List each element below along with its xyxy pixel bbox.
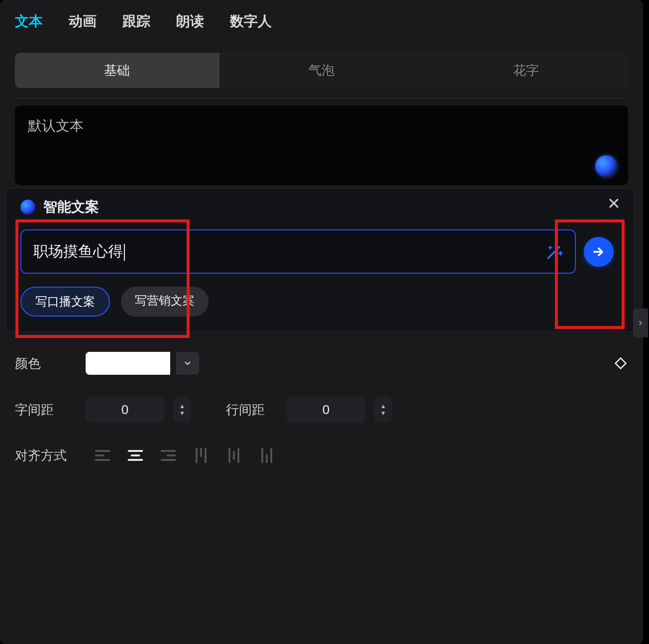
color-dropdown[interactable] (176, 352, 199, 375)
tab-digital-human[interactable]: 数字人 (230, 12, 272, 31)
ai-orb-small-icon (20, 200, 35, 215)
letter-spacing-label: 字间距 (15, 401, 80, 419)
align-center-icon[interactable] (124, 444, 146, 466)
ai-orb-icon[interactable] (595, 155, 617, 177)
line-spacing-label: 行间距 (226, 401, 281, 419)
align-label: 对齐方式 (15, 447, 80, 464)
tab-speech[interactable]: 朗读 (176, 12, 204, 31)
smart-panel-title: 智能文案 (43, 198, 99, 216)
stepper-down-icon[interactable]: ▼ (380, 410, 386, 416)
svg-rect-0 (615, 358, 626, 368)
chip-script-copy[interactable]: 写口播文案 (20, 287, 110, 317)
chevron-right-icon (637, 320, 644, 326)
chevron-down-icon (183, 359, 192, 368)
letter-spacing-input[interactable]: 0 (86, 397, 164, 423)
align-vertical-bottom-icon[interactable] (256, 444, 278, 466)
align-right-icon[interactable] (157, 444, 179, 466)
send-button[interactable] (584, 237, 614, 267)
chip-marketing-copy[interactable]: 写营销文案 (121, 287, 209, 317)
subtab-fancy[interactable]: 花字 (424, 53, 628, 88)
tab-tracking[interactable]: 跟踪 (122, 12, 150, 31)
text-placeholder: 默认文本 (28, 116, 615, 135)
stepper-up-icon[interactable]: ▲ (179, 403, 185, 409)
align-vertical-center-icon[interactable] (223, 444, 245, 466)
smart-prompt-value: 职场摸鱼心得 (33, 241, 546, 262)
stepper-down-icon[interactable]: ▼ (179, 410, 185, 416)
smart-copy-panel: 智能文案 ✕ 职场摸鱼心得 写口播文案 写营销文案 (6, 188, 634, 332)
color-swatch[interactable] (86, 352, 170, 375)
divider (15, 98, 628, 99)
subtab-basic[interactable]: 基础 (15, 53, 219, 88)
tab-animation[interactable]: 动画 (69, 12, 97, 31)
color-label: 颜色 (15, 355, 80, 372)
close-icon[interactable]: ✕ (607, 196, 621, 212)
subtab-bubble[interactable]: 气泡 (219, 53, 424, 88)
stepper-up-icon[interactable]: ▲ (380, 403, 386, 409)
text-input-area[interactable]: 默认文本 (15, 106, 628, 185)
smart-prompt-input[interactable]: 职场摸鱼心得 (20, 229, 576, 274)
align-vertical-top-icon[interactable] (190, 444, 212, 466)
letter-spacing-stepper[interactable]: ▲ ▼ (173, 397, 191, 423)
scroll-handle[interactable] (633, 309, 648, 337)
keyframe-diamond-icon[interactable] (613, 356, 628, 371)
line-spacing-input[interactable]: 0 (287, 397, 365, 423)
tab-text[interactable]: 文本 (15, 12, 43, 31)
magic-wand-icon[interactable] (546, 243, 563, 260)
line-spacing-stepper[interactable]: ▲ ▼ (374, 397, 392, 423)
align-left-icon[interactable] (92, 444, 113, 466)
